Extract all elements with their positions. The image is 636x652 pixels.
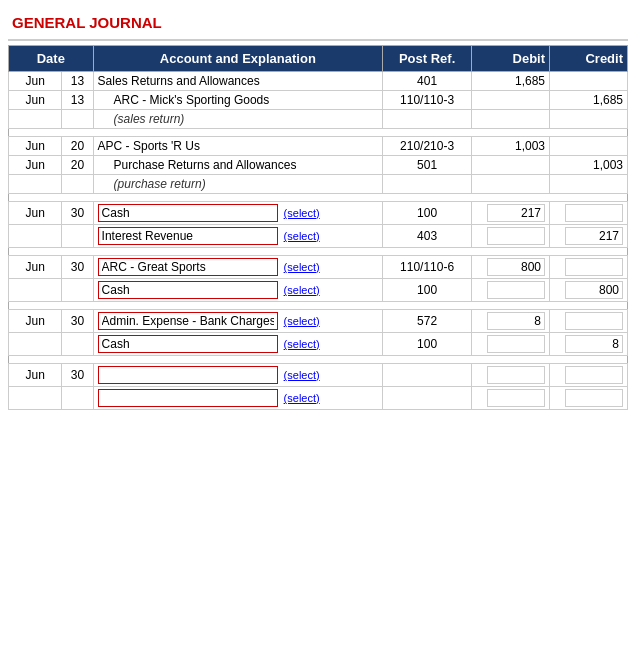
journal-row: Jun13Sales Returns and Allowances4011,68… (9, 72, 628, 91)
credit-cell (550, 72, 628, 91)
select-link[interactable]: (select) (284, 338, 320, 350)
account-input-cell[interactable]: (select) (93, 279, 382, 302)
day-cell: 30 (62, 256, 93, 279)
account-input[interactable] (98, 366, 278, 384)
page-title: GENERAL JOURNAL (8, 8, 628, 41)
credit-input-cell[interactable] (550, 310, 628, 333)
credit-input-cell[interactable] (550, 202, 628, 225)
input-journal-row[interactable]: Jun30(select)572 (9, 310, 628, 333)
month-cell (9, 387, 62, 410)
debit-input-cell[interactable] (472, 225, 550, 248)
account-input-cell[interactable]: (select) (93, 333, 382, 356)
day-cell (62, 333, 93, 356)
credit-input[interactable] (565, 227, 623, 245)
account-input-cell[interactable]: (select) (93, 310, 382, 333)
debit-cell: 1,003 (472, 137, 550, 156)
postref-cell: 100 (383, 202, 472, 225)
debit-input[interactable] (487, 258, 545, 276)
credit-input[interactable] (565, 281, 623, 299)
account-input-cell[interactable]: (select) (93, 387, 382, 410)
day-cell: 20 (62, 156, 93, 175)
debit-input-cell[interactable] (472, 202, 550, 225)
input-journal-row[interactable]: (select)100 (9, 279, 628, 302)
debit-input-cell[interactable] (472, 310, 550, 333)
select-link[interactable]: (select) (284, 392, 320, 404)
journal-row: Jun13ARC - Mick's Sporting Goods110/110-… (9, 91, 628, 110)
credit-input-cell[interactable] (550, 333, 628, 356)
select-link[interactable]: (select) (284, 369, 320, 381)
debit-input[interactable] (487, 312, 545, 330)
postref-cell: 401 (383, 72, 472, 91)
header-debit: Debit (472, 46, 550, 72)
journal-row: Jun20Purchase Returns and Allowances5011… (9, 156, 628, 175)
debit-input-cell[interactable] (472, 256, 550, 279)
input-journal-row[interactable]: (select)403 (9, 225, 628, 248)
day-cell: 13 (62, 91, 93, 110)
postref-cell: 210/210-3 (383, 137, 472, 156)
debit-input-cell[interactable] (472, 364, 550, 387)
credit-input[interactable] (565, 312, 623, 330)
debit-input-cell[interactable] (472, 333, 550, 356)
account-input-cell[interactable]: (select) (93, 256, 382, 279)
account-cell: APC - Sports 'R Us (93, 137, 382, 156)
account-cell: Purchase Returns and Allowances (93, 156, 382, 175)
select-link[interactable]: (select) (284, 284, 320, 296)
day-cell: 30 (62, 202, 93, 225)
debit-input[interactable] (487, 204, 545, 222)
account-input-cell[interactable]: (select) (93, 225, 382, 248)
debit-input[interactable] (487, 389, 545, 407)
input-journal-row[interactable]: (select) (9, 387, 628, 410)
day-cell: 30 (62, 310, 93, 333)
account-input-cell[interactable]: (select) (93, 202, 382, 225)
credit-input[interactable] (565, 389, 623, 407)
month-cell (9, 279, 62, 302)
account-input[interactable] (98, 389, 278, 407)
day-cell: 20 (62, 137, 93, 156)
debit-input[interactable] (487, 281, 545, 299)
credit-input-cell[interactable] (550, 387, 628, 410)
day-cell: 30 (62, 364, 93, 387)
debit-input[interactable] (487, 227, 545, 245)
credit-input[interactable] (565, 258, 623, 276)
select-link[interactable]: (select) (284, 230, 320, 242)
debit-input[interactable] (487, 335, 545, 353)
select-link[interactable]: (select) (284, 207, 320, 219)
account-input[interactable] (98, 258, 278, 276)
input-journal-row[interactable]: Jun30(select)110/110-6 (9, 256, 628, 279)
postref-cell: 403 (383, 225, 472, 248)
account-input-cell[interactable]: (select) (93, 364, 382, 387)
italic-row: (sales return) (9, 110, 628, 129)
header-account: Account and Explanation (93, 46, 382, 72)
account-input[interactable] (98, 335, 278, 353)
select-link[interactable]: (select) (284, 315, 320, 327)
input-journal-row[interactable]: Jun30(select)100 (9, 202, 628, 225)
month-cell (9, 225, 62, 248)
account-input[interactable] (98, 281, 278, 299)
debit-input-cell[interactable] (472, 279, 550, 302)
credit-input-cell[interactable] (550, 279, 628, 302)
input-journal-row[interactable]: Jun30(select) (9, 364, 628, 387)
journal-row: Jun20APC - Sports 'R Us210/210-31,003 (9, 137, 628, 156)
header-postref: Post Ref. (383, 46, 472, 72)
account-input[interactable] (98, 227, 278, 245)
month-cell: Jun (9, 310, 62, 333)
credit-input[interactable] (565, 335, 623, 353)
input-journal-row[interactable]: (select)100 (9, 333, 628, 356)
select-link[interactable]: (select) (284, 261, 320, 273)
credit-input-cell[interactable] (550, 256, 628, 279)
credit-input[interactable] (565, 204, 623, 222)
postref-cell: 501 (383, 156, 472, 175)
debit-input[interactable] (487, 366, 545, 384)
day-cell (62, 225, 93, 248)
header-credit: Credit (550, 46, 628, 72)
month-cell: Jun (9, 156, 62, 175)
credit-input-cell[interactable] (550, 225, 628, 248)
credit-input[interactable] (565, 366, 623, 384)
account-input[interactable] (98, 204, 278, 222)
account-cell: ARC - Mick's Sporting Goods (93, 91, 382, 110)
account-input[interactable] (98, 312, 278, 330)
credit-cell: 1,003 (550, 156, 628, 175)
debit-input-cell[interactable] (472, 387, 550, 410)
credit-input-cell[interactable] (550, 364, 628, 387)
postref-cell: 100 (383, 333, 472, 356)
